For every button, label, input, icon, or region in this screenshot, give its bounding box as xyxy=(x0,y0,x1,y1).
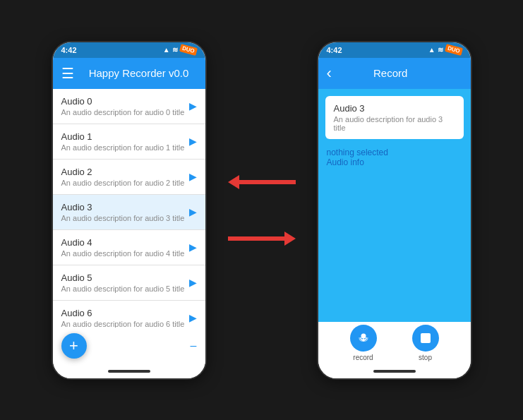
wifi-icon: ≋ xyxy=(172,46,178,54)
microphone-svg xyxy=(356,331,371,345)
scene: 4:42 ▲ ≋ DUO ☰ Happy Recorder v0.0 Audio… xyxy=(52,41,472,380)
scroll-indicator: – xyxy=(191,340,197,352)
selected-audio-title: Audio 3 xyxy=(334,103,455,114)
left-phone-wrapper: 4:42 ▲ ≋ DUO ☰ Happy Recorder v0.0 Audio… xyxy=(52,41,207,380)
right-time: 4:42 xyxy=(327,46,342,54)
record-content: Audio 3 An audio description for audio 3… xyxy=(318,89,471,322)
audio-item-title-4: Audio 4 xyxy=(61,237,189,248)
audio-list-item-0[interactable]: Audio 0 An audio description for audio 0… xyxy=(53,89,205,124)
bottom-indicator-bar xyxy=(53,367,205,378)
audio-item-arrow-2: ▶ xyxy=(189,171,197,182)
bottom-indicator xyxy=(108,370,150,373)
audio-item-arrow-3: ▶ xyxy=(189,206,197,217)
audio-item-text-1: Audio 1 An audio description for audio 1… xyxy=(61,131,189,152)
audio-info-section: nothing selected Audio info xyxy=(325,145,464,170)
audio-item-text-5: Audio 5 An audio description for audio 5… xyxy=(61,272,189,293)
left-arrow-head xyxy=(228,175,239,189)
left-status-bar: 4:42 ▲ ≋ DUO xyxy=(53,42,205,58)
audio-list-item-1[interactable]: Audio 1 An audio description for audio 1… xyxy=(53,124,205,160)
menu-icon[interactable]: ☰ xyxy=(61,65,74,82)
audio-info-label: Audio info xyxy=(327,157,462,167)
left-phone: 4:42 ▲ ≋ DUO ☰ Happy Recorder v0.0 Audio… xyxy=(52,41,207,380)
duo-badge-right: DUO xyxy=(445,44,463,56)
audio-item-arrow-0: ▶ xyxy=(189,100,197,112)
audio-item-arrow-6: ▶ xyxy=(189,312,197,323)
record-spacer xyxy=(325,176,464,315)
right-arrow xyxy=(228,232,296,246)
left-app-title: Happy Recorder v0.0 xyxy=(81,67,197,79)
audio-item-desc-3: An audio description for audio 3 title xyxy=(61,214,189,222)
audio-item-desc-1: An audio description for audio 1 title xyxy=(61,143,189,152)
audio-list[interactable]: Audio 0 An audio description for audio 0… xyxy=(53,89,205,328)
audio-item-title-5: Audio 5 xyxy=(61,272,189,283)
audio-item-arrow-1: ▶ xyxy=(189,136,197,147)
audio-item-title-2: Audio 2 xyxy=(61,167,189,177)
svg-point-0 xyxy=(361,333,366,338)
right-status-bar: 4:42 ▲ ≋ DUO xyxy=(318,42,471,58)
audio-item-desc-6: An audio description for audio 6 title xyxy=(61,320,189,328)
audio-item-title-3: Audio 3 xyxy=(61,202,189,212)
right-arrow-shaft xyxy=(228,236,284,241)
selected-audio-desc: An audio description for audio 3 title xyxy=(334,115,455,132)
audio-item-arrow-4: ▶ xyxy=(189,241,197,253)
right-bottom-bar xyxy=(318,367,471,378)
record-button[interactable]: record xyxy=(350,325,377,361)
right-phone: 4:42 ▲ ≋ DUO ‹ Record Audio 3 An audio d… xyxy=(317,41,472,380)
audio-item-title-0: Audio 0 xyxy=(61,96,189,107)
right-status-icons: ▲ ≋ DUO xyxy=(428,46,462,54)
left-arrow-shaft xyxy=(239,180,296,184)
stop-button[interactable]: stop xyxy=(412,325,439,361)
audio-list-item-5[interactable]: Audio 5 An audio description for audio 5… xyxy=(53,265,205,301)
left-header: ☰ Happy Recorder v0.0 xyxy=(53,58,205,89)
audio-list-item-2[interactable]: Audio 2 An audio description for audio 2… xyxy=(53,160,205,195)
audio-item-text-6: Audio 6 An audio description for audio 6… xyxy=(61,308,189,328)
right-bottom-indicator xyxy=(373,370,416,373)
right-wifi-icon: ≋ xyxy=(438,46,443,54)
audio-item-text-3: Audio 3 An audio description for audio 3… xyxy=(61,202,189,222)
right-signal-icon: ▲ xyxy=(428,46,435,54)
right-arrow-head xyxy=(284,232,296,246)
stop-icon[interactable] xyxy=(412,325,439,352)
left-status-icons: ▲ ≋ DUO xyxy=(163,46,197,54)
audio-item-desc-0: An audio description for audio 0 title xyxy=(61,108,189,116)
arrows-container xyxy=(228,175,296,246)
back-icon[interactable]: ‹ xyxy=(327,64,332,83)
right-phone-wrapper: 4:42 ▲ ≋ DUO ‹ Record Audio 3 An audio d… xyxy=(317,41,472,380)
audio-list-item-3[interactable]: Audio 3 An audio description for audio 3… xyxy=(53,195,205,230)
audio-item-arrow-5: ▶ xyxy=(189,277,197,288)
record-label: record xyxy=(353,354,373,361)
selected-audio-card: Audio 3 An audio description for audio 3… xyxy=(325,96,464,139)
audio-item-title-1: Audio 1 xyxy=(61,131,189,142)
duo-badge-left: DUO xyxy=(179,44,198,56)
audio-item-desc-5: An audio description for audio 5 title xyxy=(61,284,189,293)
stop-square xyxy=(421,333,431,343)
audio-item-text-0: Audio 0 An audio description for audio 0… xyxy=(61,96,189,116)
left-arrow xyxy=(228,175,296,189)
fab-button[interactable]: + xyxy=(61,333,87,359)
audio-item-desc-4: An audio description for audio 4 title xyxy=(61,249,189,258)
right-title: Record xyxy=(339,67,443,79)
audio-item-text-2: Audio 2 An audio description for audio 2… xyxy=(61,167,189,187)
audio-list-item-4[interactable]: Audio 4 An audio description for audio 4… xyxy=(53,230,205,265)
audio-item-title-6: Audio 6 xyxy=(61,308,189,318)
signal-icon: ▲ xyxy=(163,46,170,54)
audio-item-text-4: Audio 4 An audio description for audio 4… xyxy=(61,237,189,258)
audio-item-desc-2: An audio description for audio 2 title xyxy=(61,179,189,187)
record-icon[interactable] xyxy=(350,325,377,352)
audio-list-item-6[interactable]: Audio 6 An audio description for audio 6… xyxy=(53,301,205,328)
record-footer: record stop xyxy=(318,322,471,367)
list-footer: + – xyxy=(53,328,205,367)
nothing-selected-label: nothing selected xyxy=(327,148,462,157)
right-header: ‹ Record xyxy=(318,58,471,89)
stop-label: stop xyxy=(419,354,432,361)
left-time: 4:42 xyxy=(61,46,77,54)
